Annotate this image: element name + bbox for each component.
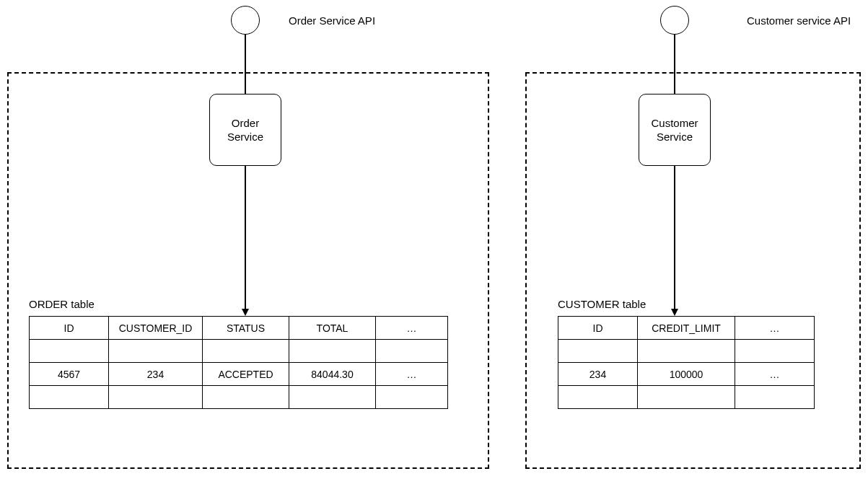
cell: 234 xyxy=(558,363,638,386)
customer-service-box-label: Customer Service xyxy=(651,116,698,144)
table-row: 4567 234 ACCEPTED 84044.30 … xyxy=(30,363,448,386)
customer-col-credit-limit: CREDIT_LIMIT xyxy=(638,317,735,340)
customer-col-id: ID xyxy=(558,317,638,340)
cell xyxy=(109,340,203,363)
cell: … xyxy=(376,363,448,386)
cell: 4567 xyxy=(30,363,109,386)
order-api-circle xyxy=(231,6,260,35)
cell xyxy=(735,386,815,409)
table-row xyxy=(30,340,448,363)
order-service-to-table-line xyxy=(245,166,246,309)
cell xyxy=(289,340,376,363)
table-row xyxy=(558,340,815,363)
order-col-customer-id: CUSTOMER_ID xyxy=(109,317,203,340)
order-service-box: Order Service xyxy=(209,94,281,166)
cell xyxy=(289,386,376,409)
table-row xyxy=(30,386,448,409)
table-row xyxy=(558,386,815,409)
customer-table-label: CUSTOMER table xyxy=(558,298,646,310)
cell: ACCEPTED xyxy=(203,363,289,386)
order-table: ID CUSTOMER_ID STATUS TOTAL … 4567 234 A… xyxy=(29,316,448,409)
cell xyxy=(30,386,109,409)
cell xyxy=(203,386,289,409)
order-api-label: Order Service API xyxy=(289,14,375,27)
cell xyxy=(735,340,815,363)
cell xyxy=(376,386,448,409)
table-header-row: ID CUSTOMER_ID STATUS TOTAL … xyxy=(30,317,448,340)
order-col-total: TOTAL xyxy=(289,317,376,340)
table-header-row: ID CREDIT_LIMIT … xyxy=(558,317,815,340)
cell xyxy=(376,340,448,363)
cell: 84044.30 xyxy=(289,363,376,386)
cell xyxy=(638,340,735,363)
customer-api-connector xyxy=(674,35,675,94)
customer-api-circle xyxy=(660,6,689,35)
cell: 100000 xyxy=(638,363,735,386)
order-table-label: ORDER table xyxy=(29,298,95,310)
order-col-more: … xyxy=(376,317,448,340)
cell xyxy=(30,340,109,363)
cell xyxy=(109,386,203,409)
customer-api-label: Customer service API xyxy=(747,14,851,27)
order-api-connector xyxy=(245,35,246,94)
cell: 234 xyxy=(109,363,203,386)
customer-table: ID CREDIT_LIMIT … 234 100000 … xyxy=(558,316,815,409)
cell: … xyxy=(735,363,815,386)
order-col-status: STATUS xyxy=(203,317,289,340)
order-service-to-table-arrow xyxy=(242,309,249,316)
table-row: 234 100000 … xyxy=(558,363,815,386)
customer-col-more: … xyxy=(735,317,815,340)
cell xyxy=(558,340,638,363)
customer-service-to-table-line xyxy=(674,166,675,309)
cell xyxy=(203,340,289,363)
cell xyxy=(558,386,638,409)
order-col-id: ID xyxy=(30,317,109,340)
order-service-box-label: Order Service xyxy=(227,116,263,144)
customer-service-to-table-arrow xyxy=(671,309,678,316)
cell xyxy=(638,386,735,409)
customer-service-box: Customer Service xyxy=(639,94,711,166)
